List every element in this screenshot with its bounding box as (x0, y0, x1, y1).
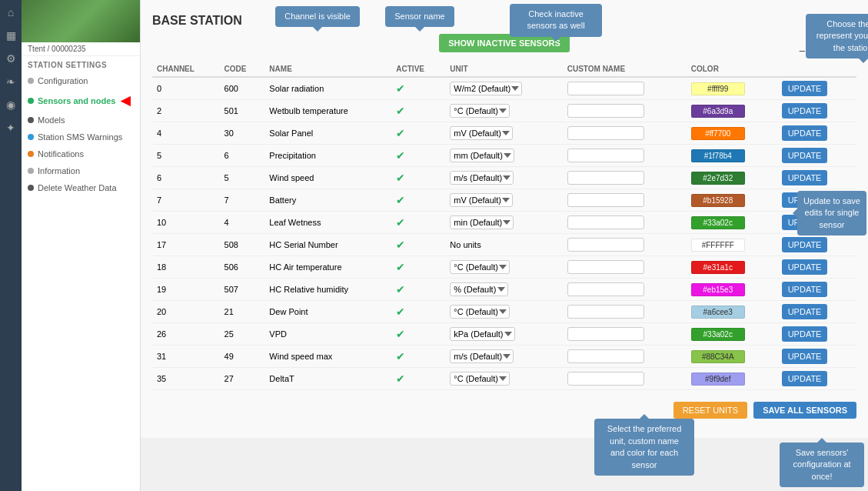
cell-custom-name[interactable] (563, 323, 687, 346)
cell-custom-name[interactable] (563, 77, 687, 100)
cell-color[interactable]: #eb15e3 (687, 279, 777, 301)
cell-color[interactable]: #ff7700 (687, 122, 777, 145)
color-swatch[interactable]: #1f78b4 (691, 149, 745, 162)
unit-select[interactable]: °C (Default) (450, 372, 510, 386)
update-button[interactable]: UPDATE (782, 148, 828, 163)
cell-color[interactable]: #ffff99 (687, 77, 777, 100)
unit-select[interactable]: min (Default) (450, 215, 514, 229)
update-button[interactable]: UPDATE (782, 103, 828, 119)
cell-custom-name[interactable] (563, 167, 687, 189)
cell-color[interactable]: #33a02c (687, 323, 777, 346)
color-swatch[interactable]: #FFFFFF (691, 239, 745, 252)
cell-update[interactable]: UPDATE (777, 122, 856, 145)
custom-name-input[interactable] (567, 104, 644, 118)
unit-select[interactable]: °C (Default) (450, 260, 510, 274)
color-swatch[interactable]: #33a02c (691, 328, 745, 341)
unit-select[interactable]: m/s (Default) (450, 349, 514, 363)
cell-unit[interactable]: W/m2 (Default) (445, 77, 562, 100)
color-swatch[interactable]: #e31a1c (691, 261, 745, 274)
unit-select[interactable]: °C (Default) (450, 305, 510, 319)
cell-custom-name[interactable] (563, 234, 687, 256)
sidebar-item-models[interactable]: Models (22, 112, 140, 129)
cell-custom-name[interactable] (563, 346, 687, 368)
home-icon[interactable]: ⌂ (8, 6, 14, 18)
unit-select[interactable]: °C (Default) (450, 104, 510, 118)
reset-units-button[interactable]: RESET UNITS (673, 402, 748, 419)
cell-unit[interactable]: % (Default) (445, 279, 562, 301)
update-button[interactable]: UPDATE (782, 326, 828, 342)
cell-unit[interactable]: kPa (Default) (445, 323, 562, 346)
sidebar-item-configuration[interactable]: Configuration (22, 72, 140, 89)
color-swatch[interactable]: #6a3d9a (691, 105, 745, 118)
color-swatch[interactable]: #eb15e3 (691, 283, 745, 296)
color-swatch[interactable]: #88C34A (691, 350, 745, 363)
custom-name-input[interactable] (567, 193, 644, 207)
cell-unit[interactable]: °C (Default) (445, 100, 562, 122)
cell-update[interactable]: UPDATE (777, 279, 856, 301)
unit-select[interactable]: mm (Default) (450, 149, 514, 162)
cell-custom-name[interactable] (563, 122, 687, 145)
save-all-button[interactable]: SAVE ALL SENSORS (753, 402, 856, 419)
map-icon[interactable]: ◉ (6, 99, 15, 111)
cell-unit[interactable]: °C (Default) (445, 256, 562, 279)
cell-custom-name[interactable] (563, 100, 687, 122)
cell-unit[interactable]: m/s (Default) (445, 346, 562, 368)
cell-unit[interactable]: mV (Default) (445, 189, 562, 212)
cell-color[interactable]: #a6cee3 (687, 301, 777, 323)
color-swatch[interactable]: #33a02c (691, 216, 745, 229)
unit-select[interactable]: W/m2 (Default) (450, 82, 522, 95)
custom-name-input[interactable] (567, 238, 644, 252)
sidebar-item-notifications[interactable]: Notifications (22, 145, 140, 162)
cell-custom-name[interactable] (563, 368, 687, 390)
cell-color[interactable]: #6a3d9a (687, 100, 777, 122)
unit-select[interactable]: kPa (Default) (450, 327, 515, 341)
cell-unit[interactable]: min (Default) (445, 212, 562, 234)
color-swatch[interactable]: #ff7700 (691, 127, 745, 140)
unit-select[interactable]: m/s (Default) (450, 171, 514, 185)
update-button[interactable]: UPDATE (782, 349, 828, 364)
sidebar-item-information[interactable]: Information (22, 162, 140, 179)
cell-custom-name[interactable] (563, 145, 687, 167)
custom-name-input[interactable] (567, 349, 644, 363)
custom-name-input[interactable] (567, 327, 644, 341)
cell-custom-name[interactable] (563, 256, 687, 279)
cell-unit[interactable]: m/s (Default) (445, 167, 562, 189)
cell-color[interactable]: #88C34A (687, 346, 777, 368)
cell-color[interactable]: #FFFFFF (687, 234, 777, 256)
update-button[interactable]: UPDATE (782, 237, 828, 252)
stats-icon[interactable]: ▦ (6, 29, 16, 42)
cell-update[interactable]: UPDATE (777, 368, 856, 390)
cell-update[interactable]: UPDATE (777, 234, 856, 256)
settings-icon[interactable]: ⚙ (6, 52, 16, 65)
cell-custom-name[interactable] (563, 301, 687, 323)
cog-icon[interactable]: ✦ (6, 122, 15, 134)
cell-update[interactable]: UPDATE (777, 100, 856, 122)
cell-update[interactable]: UPDATE (777, 145, 856, 167)
update-button[interactable]: UPDATE (782, 371, 828, 386)
update-button[interactable]: UPDATE (782, 259, 828, 275)
color-swatch[interactable]: #2e7d32 (691, 172, 745, 185)
custom-name-input[interactable] (567, 171, 644, 185)
cell-unit[interactable]: mm (Default) (445, 145, 562, 167)
cell-color[interactable]: #2e7d32 (687, 167, 777, 189)
color-swatch[interactable]: #9f9def (691, 372, 745, 386)
custom-name-input[interactable] (567, 126, 644, 140)
unit-select[interactable]: mV (Default) (450, 193, 513, 207)
unit-select[interactable]: mV (Default) (450, 126, 513, 140)
cell-update[interactable]: UPDATE (777, 301, 856, 323)
update-button[interactable]: UPDATE (782, 125, 828, 141)
cell-color[interactable]: #1f78b4 (687, 145, 777, 167)
cell-color[interactable]: #9f9def (687, 368, 777, 390)
color-swatch[interactable]: #b15928 (691, 194, 745, 207)
cell-unit[interactable]: mV (Default) (445, 122, 562, 145)
cell-update[interactable]: UPDATE (777, 346, 856, 368)
update-button[interactable]: UPDATE (782, 304, 828, 319)
leaf-icon[interactable]: ❧ (6, 75, 15, 88)
sidebar-item-sensors[interactable]: Sensors and nodes ◀ (22, 89, 140, 112)
color-swatch[interactable]: #a6cee3 (691, 306, 745, 319)
unit-select[interactable]: % (Default) (450, 282, 508, 296)
sidebar-item-sms-warnings[interactable]: Station SMS Warnings (22, 129, 140, 145)
cell-color[interactable]: #33a02c (687, 212, 777, 234)
custom-name-input[interactable] (567, 215, 644, 229)
cell-update[interactable]: UPDATE (777, 256, 856, 279)
